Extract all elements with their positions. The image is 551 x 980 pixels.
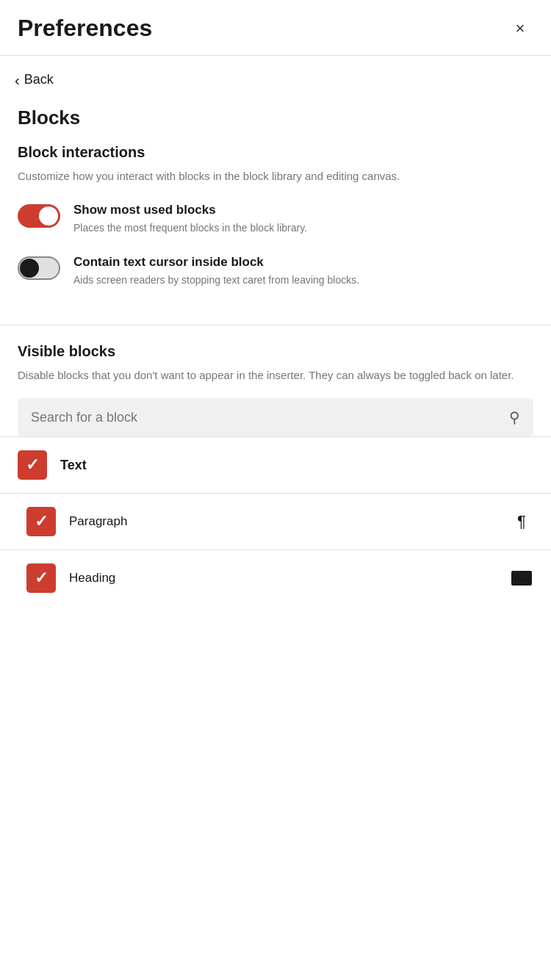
checkmark-icon: ✓ [26, 457, 39, 473]
checkmark-icon: ✓ [35, 514, 48, 530]
contain-cursor-content: Contain text cursor inside block Aids sc… [73, 255, 533, 288]
contain-cursor-desc: Aids screen readers by stopping text car… [73, 273, 533, 288]
toggle-thumb-off [20, 259, 39, 278]
block-interactions-desc: Customize how you interact with blocks i… [18, 168, 533, 185]
search-icon: ⚲ [509, 408, 520, 426]
show-most-used-desc: Places the most frequent blocks in the b… [73, 220, 533, 236]
back-chevron-icon: ‹ [15, 73, 20, 87]
blocks-section: Blocks Block interactions Customize how … [0, 101, 551, 325]
block-interactions-title: Block interactions [18, 144, 533, 161]
blocks-section-title: Blocks [18, 107, 533, 129]
toggle-thumb-on [39, 206, 58, 226]
back-label: Back [24, 72, 54, 87]
show-most-used-toggle-row: Show most used blocks Places the most fr… [18, 203, 533, 236]
paragraph-block-label: Paragraph [69, 514, 497, 529]
back-nav[interactable]: ‹ Back [0, 56, 551, 101]
close-button[interactable]: × [507, 15, 533, 42]
paragraph-block-row: ✓ Paragraph ¶ [0, 494, 551, 550]
paragraph-icon: ¶ [510, 510, 533, 533]
contain-cursor-label: Contain text cursor inside block [73, 255, 533, 270]
paragraph-checkbox[interactable]: ✓ [26, 507, 56, 536]
text-category-label: Text [60, 458, 533, 473]
visible-blocks-title: Visible blocks [18, 343, 533, 360]
show-most-used-toggle[interactable] [18, 204, 60, 228]
heading-checkbox[interactable]: ✓ [26, 563, 56, 593]
search-input[interactable] [31, 410, 502, 425]
preferences-header: Preferences × [0, 0, 551, 56]
show-most-used-label: Show most used blocks [73, 203, 533, 217]
section-divider [0, 325, 551, 325]
checkmark-icon: ✓ [35, 570, 48, 586]
contain-cursor-toggle[interactable] [18, 256, 60, 280]
page-title: Preferences [18, 15, 152, 42]
visible-blocks-section: Visible blocks Disable blocks that you d… [0, 343, 551, 437]
heading-icon [510, 566, 533, 590]
heading-block-label: Heading [69, 571, 497, 586]
search-box: ⚲ [18, 398, 533, 436]
text-category-row: ✓ Text [0, 437, 551, 494]
visible-blocks-desc: Disable blocks that you don't want to ap… [18, 367, 533, 384]
heading-block-row: ✓ Heading [0, 550, 551, 606]
text-category-checkbox[interactable]: ✓ [18, 450, 47, 480]
contain-cursor-toggle-row: Contain text cursor inside block Aids sc… [18, 255, 533, 288]
show-most-used-content: Show most used blocks Places the most fr… [73, 203, 533, 236]
